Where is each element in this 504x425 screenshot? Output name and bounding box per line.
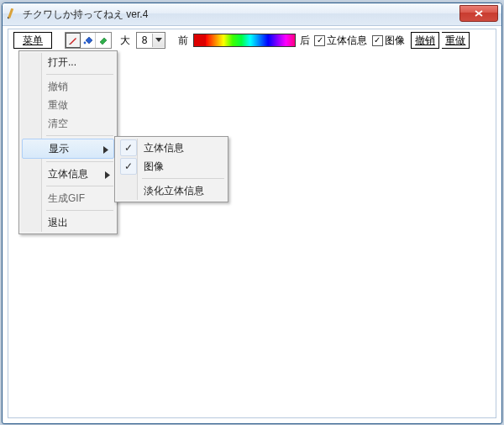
menu-separator: [46, 186, 113, 186]
menu-item[interactable]: 打开...: [21, 53, 115, 71]
image-checkbox[interactable]: ✓ 图像: [372, 34, 405, 48]
menu-item[interactable]: 清空: [21, 114, 115, 133]
submenu-item[interactable]: ✓图像: [117, 157, 226, 176]
size-value: 8: [137, 34, 152, 47]
menu-item[interactable]: 退出: [21, 213, 115, 232]
pen-tool[interactable]: [66, 33, 81, 48]
color-strip[interactable]: [193, 34, 296, 47]
front-color-label: 前: [178, 34, 188, 48]
image-checkbox-label: 图像: [385, 34, 405, 48]
hue-gradient: [206, 34, 295, 46]
submenu-arrow-icon: [105, 170, 110, 181]
display-submenu[interactable]: ✓立体信息✓图像淡化立体信息: [114, 136, 228, 202]
redo-button[interactable]: 重做: [442, 32, 470, 49]
stereo-checkbox-label: 立体信息: [327, 34, 367, 48]
app-icon: [8, 8, 19, 20]
submenu-item-label: 淡化立体信息: [144, 184, 204, 198]
client-area: 菜单: [8, 29, 496, 418]
menu-item[interactable]: 立体信息: [21, 165, 115, 183]
check-icon: ✓: [120, 139, 137, 156]
menu-item[interactable]: 重做: [21, 96, 115, 114]
stereo-checkbox[interactable]: ✓ 立体信息: [314, 34, 367, 48]
eraser-tool[interactable]: [96, 33, 111, 48]
submenu-arrow-icon: [103, 144, 108, 156]
menu-separator: [46, 74, 113, 75]
menu-item[interactable]: 显示: [22, 139, 114, 159]
size-select[interactable]: 8: [136, 32, 165, 49]
svg-point-2: [83, 42, 86, 45]
titlebar[interactable]: チクワしか持ってねえ ver.4: [3, 3, 501, 26]
menu-button[interactable]: 菜单: [13, 32, 52, 49]
tool-group: [65, 32, 112, 49]
size-label: 大: [120, 34, 130, 48]
submenu-item[interactable]: 淡化立体信息: [117, 181, 226, 200]
svg-rect-0: [8, 8, 13, 18]
menu-item[interactable]: 生成GIF: [21, 189, 115, 207]
close-button[interactable]: [459, 5, 498, 22]
submenu-item-label: 图像: [144, 160, 164, 174]
menu-separator: [142, 178, 224, 179]
main-menu[interactable]: 打开...撤销重做清空显示立体信息生成GIF退出: [18, 50, 118, 234]
checkbox-box: ✓: [372, 35, 383, 46]
size-dropdown-arrow[interactable]: [152, 34, 165, 47]
window-title: チクワしか持ってねえ ver.4: [23, 8, 148, 22]
submenu-item-label: 立体信息: [144, 141, 184, 155]
undo-button[interactable]: 撤销: [411, 32, 439, 49]
checkbox-box: ✓: [314, 35, 325, 46]
menu-separator: [46, 210, 113, 211]
menu-item[interactable]: 撤销: [21, 77, 115, 96]
back-color-label: 后: [300, 34, 310, 48]
fill-tool[interactable]: [81, 33, 96, 48]
submenu-item[interactable]: ✓立体信息: [117, 139, 226, 157]
menu-separator: [46, 161, 113, 162]
current-color-swatch: [194, 34, 207, 46]
check-icon: ✓: [120, 158, 137, 175]
app-window: チクワしか持ってねえ ver.4 菜单: [2, 3, 502, 424]
menu-separator: [46, 135, 113, 136]
